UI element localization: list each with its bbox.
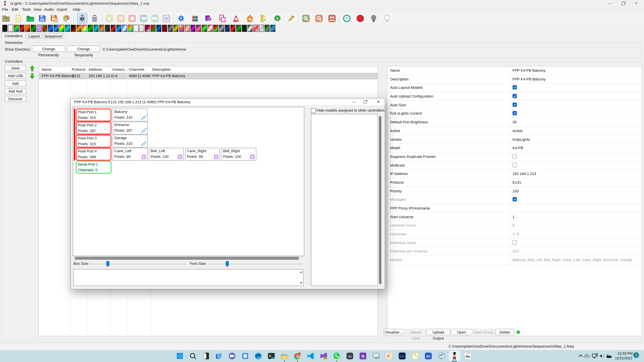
effect-tile-32[interactable] [179,25,184,32]
visualiser-vscrollbar[interactable] [379,116,381,284]
add-null-button[interactable]: Add Null [5,88,26,94]
tray-display-icon[interactable] [592,353,598,359]
serial-port-1-box[interactable]: Serial Port 1Channels: 0 [76,161,111,174]
pencil-icon[interactable] [287,14,295,22]
restore-icon[interactable] [622,2,625,5]
effect-tile-46[interactable] [259,25,264,32]
effect-tile-23[interactable] [128,25,133,32]
property-row-suppress-duplicate-frames[interactable]: Suppress Duplicate Frames [388,152,642,161]
render-gear-icon[interactable] [177,14,185,22]
property-row-ip-address[interactable]: IP Address192.168.1.213 [388,170,642,178]
column-header-protocol[interactable]: Protocol [72,67,85,71]
effect-tile-5[interactable] [25,25,30,32]
visualiser-hscrollbar[interactable] [75,257,303,260]
property-row-vendor[interactable]: VendorKulpLights [388,135,642,144]
property-value[interactable]: 8 [512,223,514,227]
layers-icon[interactable] [218,14,226,22]
stop-icon[interactable] [128,14,136,22]
taskbar-terminal-icon[interactable]: PRE [267,352,276,360]
property-value[interactable]: Active [512,129,522,133]
effect-tile-6[interactable] [31,25,36,32]
property-value[interactable]: FPP K4-PB Balcony [512,68,546,72]
property-value[interactable]: 100 [512,189,519,193]
column-header-channels[interactable]: Channels [129,67,144,71]
menu-import[interactable]: Import [57,7,67,11]
taskbar-mail-m-icon[interactable]: m [346,352,354,360]
effect-tile-13[interactable] [71,25,76,32]
rewind-icon[interactable] [140,14,148,22]
property-value[interactable]: 30 [512,120,517,124]
model-box-entrance[interactable]: EntrancePixels: 287 [113,122,148,134]
property-row-fpp-proxy-ip-hostname[interactable]: FPP Proxy IP/Hostname [388,204,642,213]
close-button[interactable]: × [630,0,643,7]
menu-edit[interactable]: Edit [12,7,18,11]
move-up-icon[interactable] [30,65,35,71]
box-size-slider[interactable] [88,264,186,265]
property-value[interactable]: FPP K4-PB Balcony [512,77,546,81]
box-size-slider-thumb[interactable] [106,261,109,267]
effect-tile-22[interactable] [122,25,127,32]
property-value[interactable]: 192.168.1.213 [512,172,536,176]
tab-layout[interactable]: Layout [27,33,42,39]
property-row-universes[interactable]: Universes1- 8 [388,230,642,239]
property-row-individual-sizes[interactable]: Individual Sizes [388,239,642,247]
effect-tile-34[interactable] [190,25,196,32]
save-button[interactable]: Save [5,65,26,71]
property-value[interactable]: E131 [512,180,521,184]
play-icon[interactable] [105,14,113,22]
taskbar-remote-desktop-icon[interactable] [372,352,380,360]
effect-tile-3[interactable] [14,25,19,32]
effect-tile-35[interactable] [196,25,201,32]
effect-tile-20[interactable] [111,25,116,32]
openbutton[interactable]: Open [451,329,472,335]
deletebutton[interactable]: Delete [495,329,514,335]
column-header-name[interactable]: Name [42,67,52,71]
pixel-port-2-box[interactable]: Pixel Port 2Pixels: 287 [76,122,111,134]
taskbar-hdr-icon[interactable]: HD [464,352,472,360]
table-row[interactable]: FPP K4-PB BalconyE131192.168.1.2131-8408… [39,73,378,79]
taskbar-kicad-icon[interactable]: Ki [424,352,432,360]
property-row-name[interactable]: NameFPP K4-PB Balcony [388,66,642,75]
zoom-in-icon[interactable] [302,14,310,22]
render-palette-icon[interactable] [62,14,70,22]
effect-tile-21[interactable] [116,25,122,32]
tab-sequencer[interactable]: Sequencer [42,33,64,39]
effect-tile-26[interactable] [145,25,150,32]
property-value[interactable]: 510 [512,249,519,253]
font-size-slider[interactable] [209,264,303,265]
effect-tile-42[interactable] [236,25,241,32]
scroll-down-icon[interactable] [300,282,302,284]
taskbar-lightroom-icon[interactable]: LrC [398,352,406,360]
taskbar-vscode-icon[interactable] [306,352,314,360]
crayons-icon[interactable] [191,14,199,22]
taskbar-onenote-icon[interactable]: N [359,352,367,360]
effect-tile-47[interactable] [265,25,270,32]
save-as-icon[interactable] [50,14,58,22]
effect-tile-10[interactable] [54,25,59,32]
effect-tile-33[interactable] [185,25,190,32]
property-row-start-universe[interactable]: Start Universe1 [388,213,642,221]
model-box-bell_left[interactable]: Bell_LeftPixels: 100 [149,148,184,161]
effect-tile-12[interactable] [65,25,70,32]
property-value[interactable]: Balcony, Bell_Left, Bell_Right, Cane_Lef… [512,258,632,262]
add-ethernet-button[interactable]: Add Ethernet [5,80,26,86]
effect-tile-18[interactable] [99,25,104,32]
upload-outputbutton[interactable]: Upload Output [426,329,450,335]
taskbar-clock[interactable]: 12:33 PM 12/21/2021 [615,351,632,360]
lights-on-icon[interactable] [383,14,391,22]
open-show-directory-icon[interactable] [2,14,10,22]
effect-tile-17[interactable] [94,25,98,32]
effect-tile-44[interactable] [248,25,252,32]
property-value[interactable]: 1- 8 [512,232,519,236]
flowchart-icon[interactable] [260,14,268,22]
effect-tile-45[interactable] [253,25,258,32]
taskbar-visual-studio-icon[interactable]: PRE [320,352,328,360]
property-row-universe-count[interactable]: Universe Count8 [388,221,642,230]
pixel-port-1-box[interactable]: Pixel Port 1Pixels: 315 [76,109,111,121]
property-checkbox[interactable] [512,163,517,167]
model-box-cane_right[interactable]: Cane_RightPixels: 99 [185,148,220,161]
add-usb-button[interactable]: Add USB [5,73,26,79]
effect-tile-38[interactable] [213,25,218,32]
taskbar-your-phone-icon[interactable] [202,352,210,360]
effect-tile-4[interactable] [20,25,24,32]
